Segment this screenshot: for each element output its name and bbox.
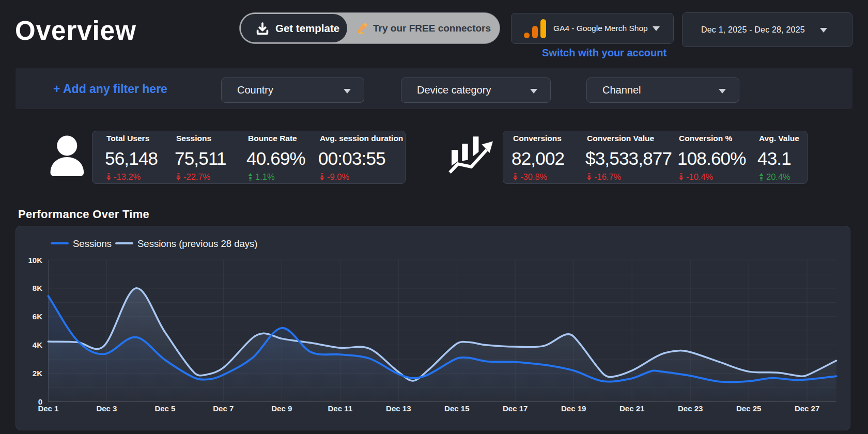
svg-text:Dec 1: Dec 1 [38,404,58,413]
svg-text:Dec 11: Dec 11 [328,404,353,413]
svg-text:2K: 2K [33,369,42,378]
svg-text:Dec 19: Dec 19 [561,404,586,413]
svg-text:Dec 21: Dec 21 [619,404,644,413]
svg-text:Dec 15: Dec 15 [444,404,469,413]
svg-text:Dec 13: Dec 13 [386,404,411,413]
svg-text:Dec 9: Dec 9 [271,404,292,413]
svg-text:6K: 6K [33,312,42,321]
svg-text:Sessions: Sessions [73,238,112,249]
svg-text:Dec 17: Dec 17 [503,404,528,413]
svg-text:Dec 27: Dec 27 [795,404,819,413]
svg-text:Dec 3: Dec 3 [96,404,117,413]
svg-text:Dec 25: Dec 25 [736,404,761,413]
svg-text:10K: 10K [28,256,42,265]
svg-text:4K: 4K [33,340,42,349]
svg-text:Sessions (previous 28 days): Sessions (previous 28 days) [137,238,257,249]
svg-text:8K: 8K [33,284,42,292]
svg-text:Dec 7: Dec 7 [213,404,234,413]
svg-text:Dec 23: Dec 23 [678,404,703,413]
svg-text:Dec 5: Dec 5 [154,404,175,413]
